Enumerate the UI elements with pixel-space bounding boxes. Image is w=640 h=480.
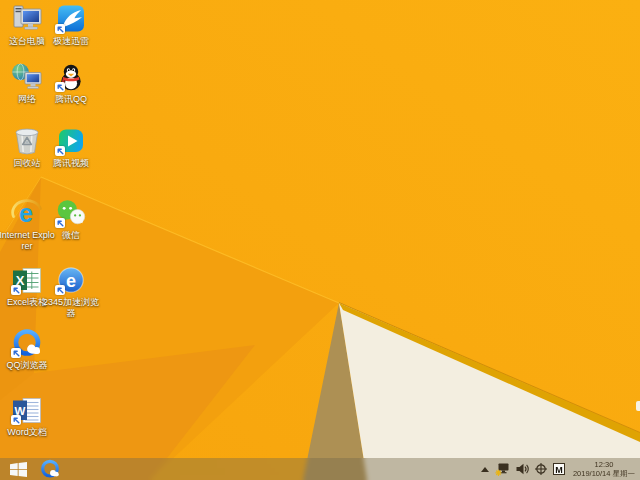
start-button[interactable] [4, 458, 32, 480]
shortcut-arrow-icon [55, 285, 65, 295]
shortcut-arrow-icon [11, 285, 21, 295]
desktop-icon-wechat[interactable]: 微信 [42, 199, 100, 241]
desktop-icon-label: 腾讯QQ [42, 94, 100, 105]
taskbar: M 12:30 2019/10/14 星期一 [0, 458, 640, 480]
windows-logo-icon [10, 462, 27, 477]
internet-explorer-icon: e [11, 199, 43, 227]
desktop-icon-xunlei[interactable]: 极速迅雷 [42, 5, 100, 47]
taskbar-clock[interactable]: 12:30 2019/10/14 星期一 [571, 460, 637, 478]
recycle-bin-icon [11, 127, 43, 155]
desktop-icon-label: 微信 [42, 230, 100, 241]
network-icon [11, 63, 43, 91]
desktop-icon-label: 极速迅雷 [42, 36, 100, 47]
shortcut-arrow-icon [11, 415, 21, 425]
desktop-icon-2345-browser[interactable]: e 2345加速浏览器 [42, 266, 100, 319]
qq-browser-taskbar-icon [40, 459, 60, 479]
shortcut-arrow-icon [11, 348, 21, 358]
hidden-icons-chevron-icon[interactable] [481, 467, 489, 472]
shortcut-arrow-icon [55, 24, 65, 34]
desktop-icon-label: 2345加速浏览器 [42, 297, 100, 319]
volume-icon[interactable] [516, 463, 529, 475]
desktop-icon-label: 腾讯视频 [42, 158, 100, 169]
desktop-icon-tencent-qq[interactable]: 腾讯QQ [42, 63, 100, 105]
network-warning-icon[interactable] [495, 463, 510, 476]
this-pc-icon [11, 5, 43, 33]
clock-date: 2019/10/14 星期一 [573, 469, 635, 478]
desktop-icon-label: Word文档 [0, 427, 56, 438]
shortcut-arrow-icon [55, 82, 65, 92]
taskbar-qq-browser-button[interactable] [36, 458, 64, 480]
system-tray: M 12:30 2019/10/14 星期一 [481, 458, 637, 480]
shortcut-arrow-icon [55, 218, 65, 228]
crosshair-icon[interactable] [535, 463, 547, 475]
desktop-icon-qq-browser[interactable]: QQ浏览器 [0, 329, 56, 371]
svg-text:e: e [66, 271, 76, 291]
shortcut-arrow-icon [55, 146, 65, 156]
desktop-icon-label: QQ浏览器 [0, 360, 56, 371]
clock-time: 12:30 [573, 460, 635, 469]
edge-white-mark [636, 401, 640, 411]
desktop-icon-word[interactable]: W Word文档 [0, 396, 56, 438]
input-method-indicator[interactable]: M [553, 463, 565, 475]
desktop-icon-tencent-video[interactable]: 腾讯视频 [42, 127, 100, 169]
